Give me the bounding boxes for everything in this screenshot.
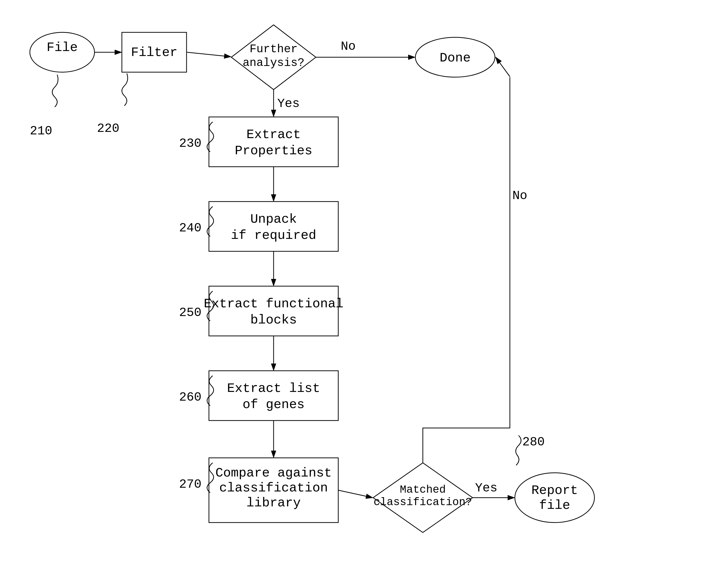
matched-label-1: Matched <box>400 483 446 496</box>
extract-functional-label-2: blocks <box>250 313 297 328</box>
extract-properties-label-2: Properties <box>235 144 312 158</box>
extract-properties-id: 230 <box>179 136 202 151</box>
further-analysis-label-2: analysis? <box>243 56 305 70</box>
unpack-id: 240 <box>179 221 202 235</box>
svg-rect-1 <box>0 0 728 585</box>
done-label: Done <box>440 51 471 66</box>
report-id: 280 <box>522 435 545 449</box>
compare-id: 270 <box>179 477 202 491</box>
no-label-top: No <box>341 39 356 53</box>
extract-properties-label-1: Extract <box>246 127 301 142</box>
extract-genes-label-2: of genes <box>242 398 305 412</box>
no-label-right: No <box>512 188 527 203</box>
unpack-label-1: Unpack <box>250 212 297 227</box>
compare-label-3: library <box>246 496 301 510</box>
file-id: 210 <box>30 124 52 138</box>
compare-label-1: Compare against <box>215 466 332 481</box>
flowchart: File 210 Filter 220 Further analysis? Do… <box>0 0 728 585</box>
file-label: File <box>47 40 78 55</box>
unpack-label-2: if required <box>231 228 316 243</box>
filter-id: 220 <box>97 122 120 136</box>
report-label-2: file <box>539 498 570 513</box>
filter-label: Filter <box>131 45 177 60</box>
compare-label-2: classification <box>219 481 328 495</box>
extract-genes-id: 260 <box>179 390 202 404</box>
further-analysis-label-1: Further <box>250 43 297 56</box>
extract-functional-id: 250 <box>179 306 202 320</box>
yes-label-2: Yes <box>475 481 497 495</box>
extract-genes-label-1: Extract list <box>227 381 320 396</box>
report-label-1: Report <box>531 483 578 498</box>
matched-label-2: classification? <box>373 496 472 508</box>
yes-label-1: Yes <box>277 97 300 111</box>
extract-functional-label-1: Extract functional <box>204 297 343 311</box>
